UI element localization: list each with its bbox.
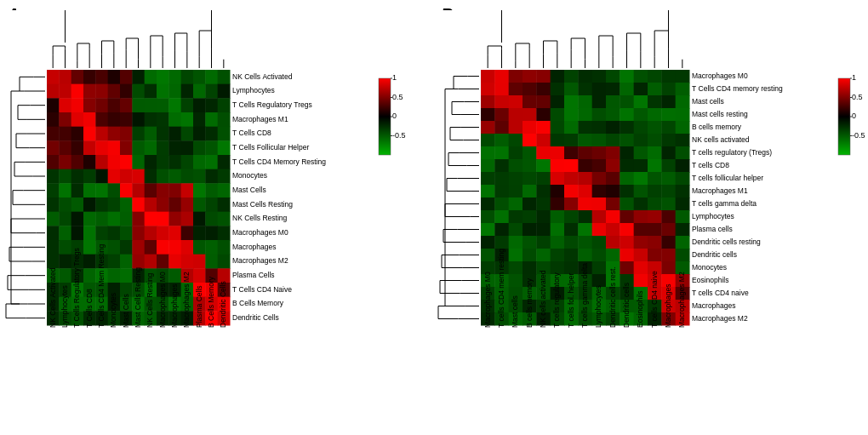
heatmap-canvas-b bbox=[434, 10, 868, 427]
panel-a: A TCGA UVM n=80 bbox=[0, 0, 434, 435]
heatmap-canvas-a bbox=[0, 10, 408, 427]
panel-b: B Laurent UM n=63 bbox=[434, 0, 868, 435]
main-container: A TCGA UVM n=80 B Laurent UM n=63 bbox=[0, 0, 868, 435]
